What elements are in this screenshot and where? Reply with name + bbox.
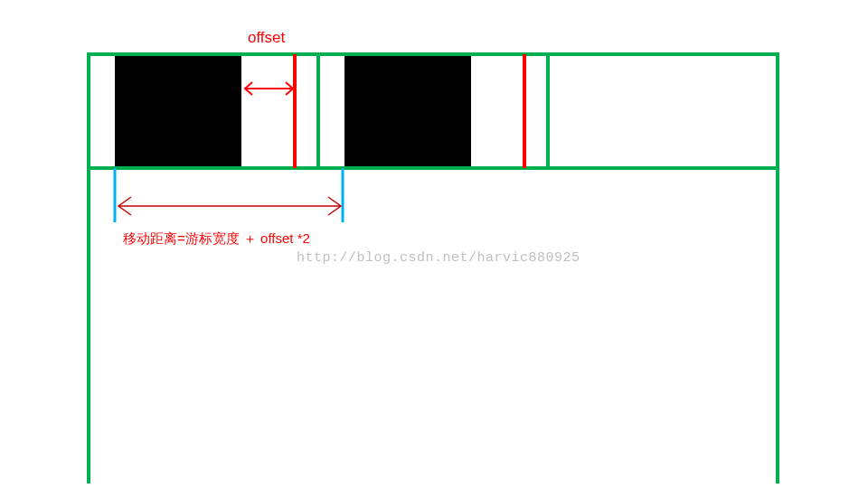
move-distance-formula: 移动距离=游标宽度 ＋ offset *2 <box>123 230 310 248</box>
offset-label: offset <box>248 29 285 47</box>
watermark-text: http://blog.csdn.net/harvic880925 <box>297 250 580 266</box>
cursor-block-2 <box>344 56 471 166</box>
move-distance-arrow <box>118 197 341 215</box>
diagram-canvas: offset 移动距离=游标宽度 ＋ offset *2 http://blog… <box>0 0 868 488</box>
cursor-block-1 <box>115 56 241 166</box>
offset-arrow <box>245 82 293 95</box>
